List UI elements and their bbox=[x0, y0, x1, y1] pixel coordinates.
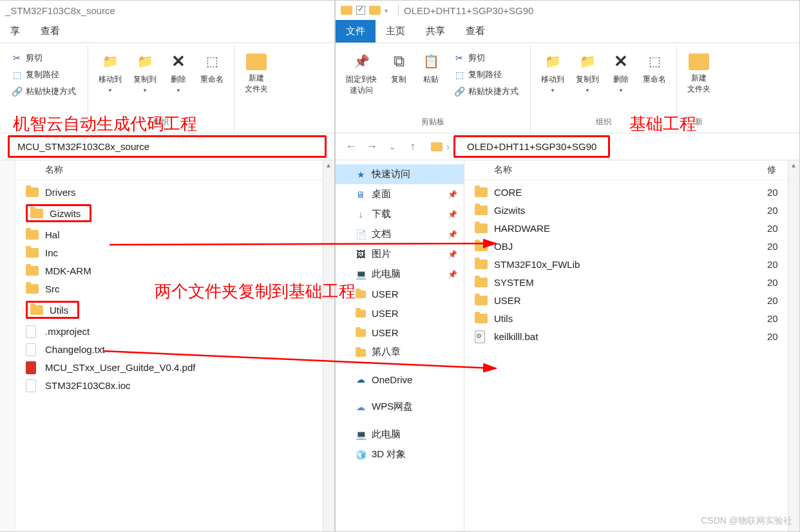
address-field-left[interactable]: MCU_STM32F103C8x_source bbox=[8, 135, 327, 158]
file-item[interactable]: Utils bbox=[15, 298, 334, 322]
tab-share[interactable]: 享 bbox=[0, 20, 30, 43]
pin-icon bbox=[351, 51, 372, 71]
pin-icon: 📌 bbox=[448, 270, 457, 279]
nav-forward-button[interactable]: → bbox=[364, 139, 379, 155]
sidebar-item[interactable]: USER bbox=[336, 303, 464, 323]
sidebar-item[interactable]: 🖼图片📌 bbox=[336, 244, 464, 264]
delete-button[interactable]: 删除▼ bbox=[163, 48, 194, 114]
tab-share[interactable]: 共享 bbox=[415, 20, 455, 43]
moveto-button[interactable]: 移动到▼ bbox=[93, 48, 127, 114]
file-item[interactable]: Src bbox=[15, 280, 334, 298]
col-name-header[interactable]: 名称 bbox=[471, 164, 767, 176]
cut-button[interactable]: 剪切 bbox=[450, 51, 522, 65]
paste-button[interactable]: 粘贴 bbox=[415, 48, 446, 114]
file-list-left: DriversGizwitsHalIncMDK-ARMSrcUtils.mxpr… bbox=[15, 180, 334, 397]
tab-view[interactable]: 查看 bbox=[30, 20, 70, 43]
copy-icon bbox=[388, 51, 409, 71]
column-headers[interactable]: 名称 修 bbox=[464, 160, 799, 180]
sidebar-item[interactable]: ↓下载📌 bbox=[336, 204, 464, 224]
newfolder-button[interactable]: 新建 文件夹 bbox=[240, 48, 273, 130]
col-name-header[interactable]: 名称 bbox=[22, 164, 328, 176]
file-item[interactable]: MDK-ARM bbox=[15, 261, 334, 280]
tab-home[interactable]: 主页 bbox=[376, 20, 415, 43]
nav-back-button[interactable]: ← bbox=[343, 139, 359, 155]
content-left: ⌃ 名称 DriversGizwitsHalIncMDK-ARMSrcUtils… bbox=[0, 160, 334, 531]
file-date: 20 bbox=[767, 241, 793, 252]
file-date: 20 bbox=[767, 277, 793, 288]
sidebar-item[interactable]: ★快速访问 bbox=[336, 164, 464, 184]
col-date-header[interactable]: 修 bbox=[767, 164, 793, 176]
sidebar-item[interactable]: 💻此电脑📌 bbox=[336, 264, 464, 284]
sidebar-item[interactable]: 第八章 bbox=[336, 342, 464, 362]
copypath-button[interactable]: ⬚复制路径 bbox=[8, 68, 80, 82]
sidebar-item[interactable]: 💻此电脑 bbox=[336, 424, 464, 444]
sidebar-label: 快速访问 bbox=[372, 168, 410, 180]
sidebar-label: USER bbox=[372, 289, 399, 299]
newfolder-button[interactable]: 新建 文件夹 bbox=[682, 48, 716, 114]
delete-icon bbox=[611, 51, 631, 71]
sidebar-icon bbox=[355, 347, 367, 358]
sidebar-item[interactable]: ☁OneDrive bbox=[336, 370, 464, 389]
folder-icon[interactable] bbox=[341, 6, 352, 15]
file-item[interactable]: HARDWARE20 bbox=[464, 219, 799, 237]
file-item[interactable]: Inc bbox=[15, 243, 334, 261]
file-name: SYSTEM bbox=[494, 277, 761, 288]
file-item[interactable]: STM32F10x_FWLib20 bbox=[464, 255, 799, 273]
sidebar-item[interactable]: 🖥桌面📌 bbox=[336, 184, 464, 204]
file-item[interactable]: STM32F103C8x.ioc bbox=[15, 376, 334, 394]
nav-up-button[interactable]: ↑ bbox=[405, 139, 421, 155]
pin-icon: 📌 bbox=[448, 190, 457, 199]
folder-icon bbox=[475, 312, 488, 324]
ribbon-tabs-right: 文件 主页 共享 查看 bbox=[336, 20, 799, 43]
file-item[interactable]: .mxproject bbox=[15, 322, 334, 340]
qat-dropdown-icon[interactable]: ▾ bbox=[385, 7, 388, 14]
check-icon[interactable] bbox=[356, 6, 365, 15]
pasteshortcut-button[interactable]: 🔗粘贴快捷方式 bbox=[8, 84, 80, 99]
pinquick-button[interactable]: 固定到快 速访问 bbox=[341, 48, 382, 114]
file-item[interactable]: MCU_STxx_User_Guitde_V0.4.pdf bbox=[15, 358, 334, 376]
bat-icon bbox=[475, 330, 488, 342]
copyto-button[interactable]: 复制到▼ bbox=[571, 48, 604, 114]
copyto-icon bbox=[135, 51, 155, 71]
address-field-right[interactable]: › OLED+DHT11+SGP30+SG90 bbox=[426, 133, 792, 160]
newfolder-icon bbox=[246, 53, 267, 70]
pasteshortcut-button[interactable]: 🔗粘贴快捷方式 bbox=[450, 84, 522, 99]
file-name: Gizwits bbox=[494, 205, 761, 216]
file-item[interactable]: Gizwits20 bbox=[464, 201, 799, 219]
sidebar-item[interactable]: 📄文档📌 bbox=[336, 224, 464, 244]
file-item[interactable]: Drivers bbox=[15, 183, 334, 201]
tab-file[interactable]: 文件 bbox=[336, 20, 376, 43]
file-item[interactable]: Changelog.txt bbox=[15, 340, 334, 358]
file-date: 20 bbox=[767, 223, 793, 234]
file-item[interactable]: OBJ20 bbox=[464, 237, 799, 255]
sidebar-label: 第八章 bbox=[372, 346, 401, 358]
column-headers[interactable]: ⌃ 名称 bbox=[15, 160, 334, 180]
tab-view[interactable]: 查看 bbox=[455, 20, 495, 43]
moveto-button[interactable]: 移动到▼ bbox=[536, 48, 569, 114]
nav-recent-button[interactable]: ⌄ bbox=[385, 139, 400, 155]
sidebar-item[interactable]: USER bbox=[336, 323, 464, 342]
cut-button[interactable]: 剪切 bbox=[8, 51, 80, 65]
chevron-down-icon: ▼ bbox=[142, 88, 148, 93]
ribbon-group-organize: 移动到▼ 复制到▼ 删除▼ 重命名 组织 bbox=[88, 46, 234, 133]
ribbon-left: 剪切 ⬚复制路径 🔗粘贴快捷方式 移动到▼ 复制到▼ 删除▼ 重命名 组织 新建… bbox=[0, 43, 334, 133]
file-item[interactable]: keilkilll.bat20 bbox=[464, 327, 799, 345]
file-name: HARDWARE bbox=[494, 223, 761, 234]
sidebar-item[interactable]: 🧊3D 对象 bbox=[336, 444, 464, 464]
delete-button[interactable]: 删除▼ bbox=[605, 48, 636, 114]
copypath-button[interactable]: ⬚复制路径 bbox=[450, 68, 522, 82]
rename-button[interactable]: 重命名 bbox=[195, 48, 229, 114]
copyto-button[interactable]: 复制到▼ bbox=[128, 48, 162, 114]
file-item[interactable]: Utils20 bbox=[464, 309, 799, 327]
file-item[interactable]: USER20 bbox=[464, 291, 799, 309]
rename-button[interactable]: 重命名 bbox=[638, 48, 671, 114]
file-item[interactable]: Hal bbox=[15, 225, 334, 243]
file-item[interactable]: Gizwits bbox=[15, 201, 334, 225]
copy-button[interactable]: 复制 bbox=[383, 48, 414, 114]
folder-icon[interactable] bbox=[369, 6, 381, 15]
sidebar-item[interactable]: USER bbox=[336, 284, 464, 303]
scrollbar[interactable] bbox=[323, 160, 334, 531]
sidebar-item[interactable]: ☁WPS网盘 bbox=[336, 397, 464, 417]
file-item[interactable]: SYSTEM20 bbox=[464, 273, 799, 291]
file-item[interactable]: CORE20 bbox=[464, 183, 799, 201]
